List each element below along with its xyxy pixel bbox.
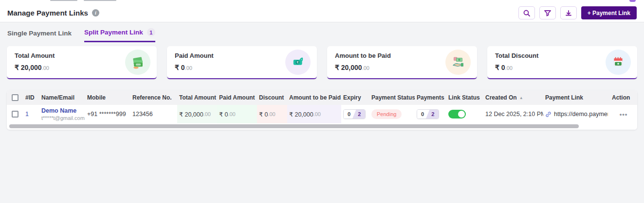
tab-single-payment-link[interactable]: Single Payment Link xyxy=(7,28,72,42)
table-header-row: #ID Name/Email Mobile Reference No. Tota… xyxy=(7,90,637,105)
header-cell: Paid Amount xyxy=(217,90,257,105)
header-cell: Amount to be Paid xyxy=(287,90,341,105)
row-link-status xyxy=(446,105,483,123)
header-cell: Payment Link xyxy=(543,90,610,105)
card-amount-to-be-paid: Amount to be Paid ₹ 20,000.00 xyxy=(327,46,477,79)
download-icon xyxy=(565,9,572,17)
row-action: ••• xyxy=(610,105,637,123)
card-total-amount: Total Amount ₹ 20,000.00 xyxy=(7,46,157,79)
card-total-discount: Total Discount ₹ 0.00 xyxy=(487,46,637,79)
row-payment-status: Pending xyxy=(369,105,415,123)
card-value-decimals: .00 xyxy=(42,65,49,71)
header-cell: Payments xyxy=(415,90,446,105)
search-button[interactable] xyxy=(518,6,535,19)
search-icon xyxy=(523,9,531,17)
top-strip xyxy=(0,0,644,4)
hand-cash-icon xyxy=(445,50,471,75)
header-cell: Mobile xyxy=(85,90,130,105)
tab-split-payment-link[interactable]: Split Payment Link 1 xyxy=(84,28,155,42)
filter-button[interactable] xyxy=(539,6,556,19)
calendar-cash-icon xyxy=(606,50,631,75)
filter-icon xyxy=(544,9,552,17)
table-row: 1 Demo Name t*****t@gmail.com +91 ******… xyxy=(7,105,637,123)
payment-links-table: #ID Name/Email Mobile Reference No. Tota… xyxy=(7,90,637,130)
row-paid-amount: ₹ 0.00 xyxy=(217,105,257,123)
header-cell: Discount xyxy=(257,90,287,105)
header-cell: Reference No. xyxy=(130,90,177,105)
browser-tab-remnant xyxy=(50,0,77,1)
customer-email: t*****t@gmail.com xyxy=(41,115,85,121)
row-payment-link: https://demo.payment.co xyxy=(543,105,610,123)
download-button[interactable] xyxy=(560,6,577,19)
row-mobile: +91 *******999 xyxy=(85,105,130,123)
link-status-toggle[interactable] xyxy=(448,110,466,118)
table-horizontal-scrollbar xyxy=(7,123,637,130)
tab-bar: Single Payment Link Split Payment Link 1 xyxy=(7,28,155,42)
customer-name-link[interactable]: Demo Name xyxy=(41,107,85,115)
header-cell: Expiry xyxy=(341,90,369,105)
row-reference-no: 123456 xyxy=(130,105,177,123)
payments-used: 0 xyxy=(417,110,428,118)
header-cell: Payment Status xyxy=(369,90,415,105)
header-cell: Total Amount xyxy=(177,90,217,105)
link-icon xyxy=(545,111,552,118)
header-cell: Link Status xyxy=(446,90,483,105)
avatar-remnant xyxy=(629,0,636,2)
row-id: 1 xyxy=(23,105,39,123)
row-discount: ₹ 0.00 xyxy=(257,105,287,123)
row-expiry: 0 2 xyxy=(341,105,369,123)
header-cell-checkbox xyxy=(7,90,23,105)
status-badge: Pending xyxy=(371,109,402,119)
row-name-email-cell: Demo Name t*****t@gmail.com xyxy=(39,105,85,123)
row-checkbox-cell xyxy=(7,105,23,123)
svg-text:₹: ₹ xyxy=(296,61,298,64)
row-created-on: 12 Dec 2025, 2:10 PM xyxy=(483,105,543,123)
toggle-knob xyxy=(458,111,465,118)
scrollbar-thumb[interactable] xyxy=(9,124,579,128)
row-total-amount: ₹ 20,000.00 xyxy=(177,105,217,123)
select-all-checkbox[interactable] xyxy=(12,94,18,101)
page-header: Manage Payment Links i + Payment Link xyxy=(0,4,644,22)
header-label: Created On xyxy=(485,94,517,101)
tab-label: Split Payment Link xyxy=(84,29,143,36)
cash-stack-icon xyxy=(125,50,150,75)
tab-label: Single Payment Link xyxy=(7,30,72,37)
card-value-decimals: .00 xyxy=(362,65,369,71)
header-cell: Action xyxy=(610,90,637,105)
wallet-rupee-icon: ₹ xyxy=(285,50,311,75)
card-value-decimals: .00 xyxy=(505,65,513,71)
add-payment-link-button[interactable]: + Payment Link xyxy=(581,6,637,19)
card-paid-amount: Paid Amount ₹ 0.00 ₹ xyxy=(167,46,317,79)
expiry-used: 0 xyxy=(344,110,354,118)
row-amount-to-be-paid: ₹ 20,000.00 xyxy=(287,105,341,123)
summary-cards: Total Amount ₹ 20,000.00 Paid Amount ₹ 0… xyxy=(7,46,637,79)
header-cell-created-on[interactable]: Created On ▲ xyxy=(483,90,543,105)
card-value-decimals: .00 xyxy=(185,65,192,71)
page-title: Manage Payment Links xyxy=(7,9,88,17)
browser-tab-remnant xyxy=(84,0,116,1)
header-cell: #ID xyxy=(23,90,39,105)
info-icon[interactable]: i xyxy=(92,9,99,17)
sort-asc-icon[interactable]: ▲ xyxy=(519,96,523,100)
payments-badge: 0 2 xyxy=(417,109,439,119)
header-actions: + Payment Link xyxy=(518,6,637,19)
row-checkbox[interactable] xyxy=(12,111,18,118)
expiry-badge: 0 2 xyxy=(343,109,366,119)
row-actions-menu-button[interactable]: ••• xyxy=(620,111,628,118)
row-payments: 0 2 xyxy=(415,105,446,123)
tab-count-badge: 1 xyxy=(147,28,155,36)
payment-link-url[interactable]: https://demo.payment.co xyxy=(554,111,608,118)
header-cell: Name/Email xyxy=(39,90,85,105)
